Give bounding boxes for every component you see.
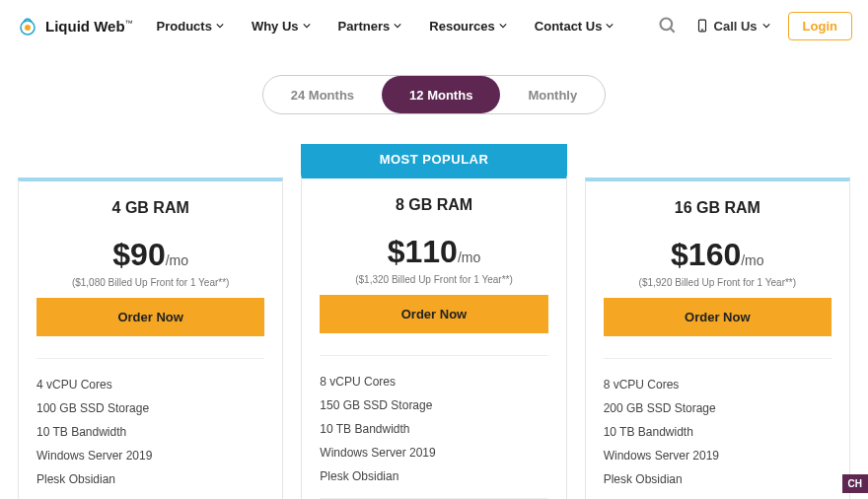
chevron-down-icon <box>216 22 224 30</box>
nav-label: Products <box>157 19 212 34</box>
feature-item: 8 vCPU Cores <box>320 370 547 393</box>
nav-item-products[interactable]: Products <box>157 19 224 34</box>
nav-item-contact-us[interactable]: Contact Us <box>535 19 615 34</box>
tab-12-months[interactable]: 12 Months <box>382 76 500 113</box>
plan-4-gb-ram: 4 GB RAM$90/mo($1,080 Billed Up Front fo… <box>18 144 283 499</box>
plan-title: 16 GB RAM <box>604 199 832 217</box>
plan-title: 8 GB RAM <box>320 196 547 214</box>
plan-card: 8 GB RAM$110/mo($1,320 Billed Up Front f… <box>301 175 566 499</box>
plan-price: $90/mo <box>36 237 264 273</box>
plan-price: $160/mo <box>604 237 832 273</box>
feature-item: Windows Server 2019 <box>36 444 264 467</box>
feature-list: 8 vCPU Cores150 GB SSD Storage10 TB Band… <box>320 355 547 488</box>
price-suffix: /mo <box>741 252 763 268</box>
feature-item: Plesk Obsidian <box>320 464 547 488</box>
order-button[interactable]: Order Now <box>320 295 547 333</box>
plan-card: 4 GB RAM$90/mo($1,080 Billed Up Front fo… <box>18 178 283 499</box>
feature-item: Windows Server 2019 <box>320 441 547 464</box>
chat-tab[interactable]: CH <box>842 474 868 493</box>
header: Liquid Web™ ProductsWhy UsPartnersResour… <box>0 0 868 51</box>
svg-line-3 <box>670 29 674 33</box>
plan-16-gb-ram: 16 GB RAM$160/mo($1,920 Billed Up Front … <box>585 144 850 499</box>
nav-label: Why Us <box>252 19 299 34</box>
plan-8-gb-ram: MOST POPULAR8 GB RAM$110/mo($1,320 Bille… <box>301 144 566 499</box>
feature-item: Plesk Obsidian <box>604 467 832 491</box>
billed-note: ($1,080 Billed Up Front for 1 Year**) <box>36 277 264 288</box>
popular-badge: MOST POPULAR <box>301 144 566 175</box>
svg-point-1 <box>25 25 31 31</box>
plan-card: 16 GB RAM$160/mo($1,920 Billed Up Front … <box>585 178 850 499</box>
feature-item: 10 TB Bandwidth <box>36 420 264 444</box>
order-button[interactable]: Order Now <box>36 298 264 336</box>
feature-item: Plesk Obsidian <box>36 467 264 491</box>
feature-item: 10 TB Bandwidth <box>604 420 832 444</box>
pricing-plans: 4 GB RAM$90/mo($1,080 Billed Up Front fo… <box>0 144 868 499</box>
nav-item-partners[interactable]: Partners <box>338 19 402 34</box>
price-suffix: /mo <box>458 250 480 265</box>
price-amount: $90 <box>112 237 165 272</box>
billed-note: ($1,320 Billed Up Front for 1 Year**) <box>320 274 547 285</box>
nav-label: Resources <box>429 19 494 34</box>
feature-item: 100 GB SSD Storage <box>36 396 264 420</box>
chevron-down-icon <box>303 22 311 30</box>
feature-item: 200 GB SSD Storage <box>604 396 832 420</box>
logo[interactable]: Liquid Web™ <box>16 14 133 37</box>
feature-list: 8 vCPU Cores200 GB SSD Storage10 TB Band… <box>604 358 832 491</box>
plan-title: 4 GB RAM <box>36 199 264 217</box>
feature-list: 4 vCPU Cores100 GB SSD Storage10 TB Band… <box>36 358 264 491</box>
header-right: Call Us Login <box>658 12 852 40</box>
call-us-label: Call Us <box>714 19 758 34</box>
feature-item: Windows Server 2019 <box>604 444 832 467</box>
call-us-menu[interactable]: Call Us <box>695 19 770 34</box>
chevron-down-icon <box>606 22 614 30</box>
nav-item-why-us[interactable]: Why Us <box>252 19 311 34</box>
tab-monthly[interactable]: Monthly <box>500 76 605 113</box>
nav-label: Contact Us <box>535 19 603 34</box>
feature-item: 10 TB Bandwidth <box>320 417 547 441</box>
phone-icon <box>695 19 709 33</box>
main-nav: ProductsWhy UsPartnersResourcesContact U… <box>157 19 658 34</box>
chevron-down-icon <box>394 22 401 30</box>
logo-icon <box>16 14 39 37</box>
logo-text: Liquid Web™ <box>45 18 133 35</box>
feature-item: 8 vCPU Cores <box>604 373 832 396</box>
billed-note: ($1,920 Billed Up Front for 1 Year**) <box>604 277 832 288</box>
login-button[interactable]: Login <box>788 12 852 40</box>
billing-tabs: 24 Months12 MonthsMonthly <box>0 75 868 114</box>
search-icon[interactable] <box>658 16 678 36</box>
chevron-down-icon <box>499 22 507 30</box>
svg-point-2 <box>660 19 672 31</box>
nav-item-resources[interactable]: Resources <box>429 19 506 34</box>
nav-label: Partners <box>338 19 391 34</box>
plan-price: $110/mo <box>320 234 547 270</box>
price-suffix: /mo <box>166 252 188 268</box>
order-button[interactable]: Order Now <box>604 298 832 336</box>
price-amount: $160 <box>671 237 741 272</box>
feature-item: 4 vCPU Cores <box>36 373 264 396</box>
chevron-down-icon <box>762 22 770 30</box>
tab-24-months[interactable]: 24 Months <box>263 76 382 113</box>
price-amount: $110 <box>388 234 458 269</box>
feature-item: 150 GB SSD Storage <box>320 393 547 417</box>
tabs-pill: 24 Months12 MonthsMonthly <box>262 75 606 114</box>
